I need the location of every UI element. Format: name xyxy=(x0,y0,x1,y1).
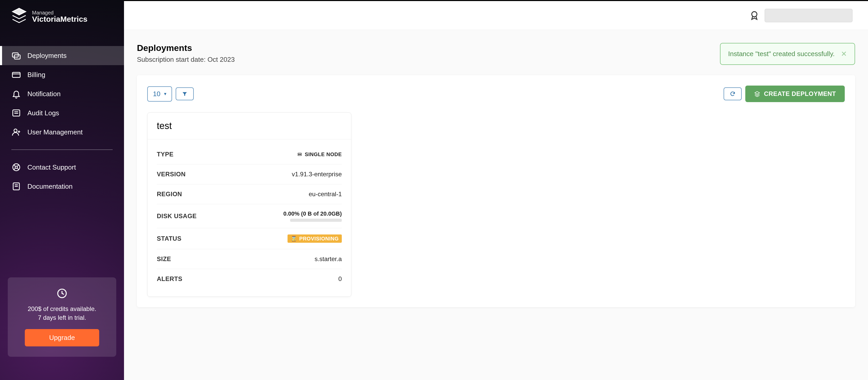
filter-button[interactable] xyxy=(176,87,194,100)
clock-icon xyxy=(16,288,108,300)
disk-usage-text: 0.00% (0 B of 20.0GB) xyxy=(283,210,342,217)
topbar xyxy=(124,0,868,30)
trial-credits-text: 200$ of credits available. xyxy=(16,305,108,313)
page-subtitle: Subscription start date: Oct 2023 xyxy=(137,56,235,64)
sidebar-item-label: Contact Support xyxy=(27,164,76,171)
close-icon[interactable]: ✕ xyxy=(841,50,847,58)
detail-label: REGION xyxy=(157,191,182,198)
svg-point-20 xyxy=(752,11,757,17)
upgrade-button[interactable]: Upgrade xyxy=(25,329,99,346)
server-icon xyxy=(297,152,302,157)
svg-line-14 xyxy=(18,165,19,166)
filter-icon xyxy=(182,91,188,97)
sidebar-item-label: Deployments xyxy=(27,52,67,60)
sidebar-item-user-management[interactable]: User Management xyxy=(0,122,124,142)
detail-value-version: v1.91.3-enterprise xyxy=(292,171,342,178)
refresh-icon xyxy=(730,91,736,97)
primary-nav: Deployments Billing Noti xyxy=(0,46,124,196)
sidebar-item-audit-logs[interactable]: Audit Logs xyxy=(0,104,124,122)
page-header: Deployments Subscription start date: Oct… xyxy=(124,30,868,70)
detail-label: DISK USAGE xyxy=(157,212,196,220)
audit-logs-icon xyxy=(11,108,21,118)
user-management-icon xyxy=(11,127,21,137)
detail-label: ALERTS xyxy=(157,275,182,283)
documentation-icon xyxy=(11,181,21,191)
detail-row-type: TYPE SINGLE NODE xyxy=(157,145,342,165)
svg-line-13 xyxy=(18,169,19,170)
detail-label: SIZE xyxy=(157,255,171,263)
detail-row-disk: DISK USAGE 0.00% (0 B of 20.0GB) xyxy=(157,204,342,228)
detail-value-region: eu-central-1 xyxy=(309,191,342,198)
page-size-select[interactable]: 10 ▾ xyxy=(147,86,172,101)
refresh-button[interactable] xyxy=(723,87,742,100)
sidebar-item-contact-support[interactable]: Contact Support xyxy=(0,158,124,177)
sidebar-item-deployments[interactable]: Deployments xyxy=(0,46,124,65)
svg-rect-2 xyxy=(12,72,20,78)
detail-value-size: s.starter.a xyxy=(315,255,342,263)
deployments-icon xyxy=(11,51,21,60)
svg-line-12 xyxy=(14,165,15,166)
sidebar-item-billing[interactable]: Billing xyxy=(0,65,124,84)
disk-usage-bar xyxy=(290,219,342,222)
award-icon[interactable] xyxy=(749,10,760,21)
trial-box: 200$ of credits available. 7 days left i… xyxy=(8,277,116,357)
detail-row-version: VERSION v1.91.3-enterprise xyxy=(157,165,342,184)
sidebar: Managed VictoriaMetrics Deployments xyxy=(0,0,124,380)
bell-icon xyxy=(11,89,21,99)
detail-row-alerts: ALERTS 0 xyxy=(157,269,342,289)
detail-row-status: STATUS ⌛ PROVISIONING xyxy=(157,228,342,249)
detail-value-disk: 0.00% (0 B of 20.0GB) xyxy=(283,210,342,222)
svg-line-15 xyxy=(14,169,15,170)
page-size-value: 10 xyxy=(153,90,160,98)
sidebar-item-label: Billing xyxy=(27,71,45,79)
svg-point-7 xyxy=(14,129,17,132)
success-alert: Instance "test" created successfully. ✕ xyxy=(720,43,855,65)
trial-days-text: 7 days left in trial. xyxy=(16,314,108,321)
svg-rect-21 xyxy=(298,153,301,154)
sidebar-item-notification[interactable]: Notification xyxy=(0,84,124,104)
content-panel: 10 ▾ xyxy=(137,75,855,307)
svg-rect-22 xyxy=(298,154,301,156)
detail-label: VERSION xyxy=(157,171,186,178)
nav-separator xyxy=(11,149,113,150)
create-deployment-button[interactable]: CREATE DEPLOYMENT xyxy=(745,86,845,102)
toolbar: 10 ▾ xyxy=(147,86,845,102)
deployment-name[interactable]: test xyxy=(148,113,351,139)
main: Deployments Subscription start date: Oct… xyxy=(124,0,868,380)
billing-icon xyxy=(11,70,21,80)
user-menu-placeholder[interactable] xyxy=(765,9,852,22)
detail-row-region: REGION eu-central-1 xyxy=(157,184,342,204)
detail-label: STATUS xyxy=(157,235,181,242)
detail-row-size: SIZE s.starter.a xyxy=(157,249,342,269)
detail-label: TYPE xyxy=(157,151,174,158)
alert-text: Instance "test" created successfully. xyxy=(728,50,835,58)
status-badge: ⌛ PROVISIONING xyxy=(287,234,342,243)
page-title: Deployments xyxy=(137,43,235,53)
hourglass-icon: ⌛ xyxy=(291,235,297,242)
sidebar-item-label: Audit Logs xyxy=(27,109,59,117)
logo-managed-text: Managed xyxy=(32,10,88,15)
detail-value-type: SINGLE NODE xyxy=(297,151,342,157)
support-icon xyxy=(11,162,21,172)
logo[interactable]: Managed VictoriaMetrics xyxy=(0,8,124,25)
logo-product-text: VictoriaMetrics xyxy=(32,15,88,23)
detail-value-alerts: 0 xyxy=(338,275,342,283)
sidebar-item-documentation[interactable]: Documentation xyxy=(0,177,124,196)
layers-icon xyxy=(754,91,760,97)
deployment-card: test TYPE SINGLE NODE VERSION xyxy=(147,113,351,297)
chevron-down-icon: ▾ xyxy=(164,91,166,97)
sidebar-item-label: Documentation xyxy=(27,182,72,191)
sidebar-item-label: User Management xyxy=(27,128,83,136)
svg-point-11 xyxy=(15,166,18,169)
sidebar-item-label: Notification xyxy=(27,90,61,98)
create-deployment-label: CREATE DEPLOYMENT xyxy=(764,90,836,97)
